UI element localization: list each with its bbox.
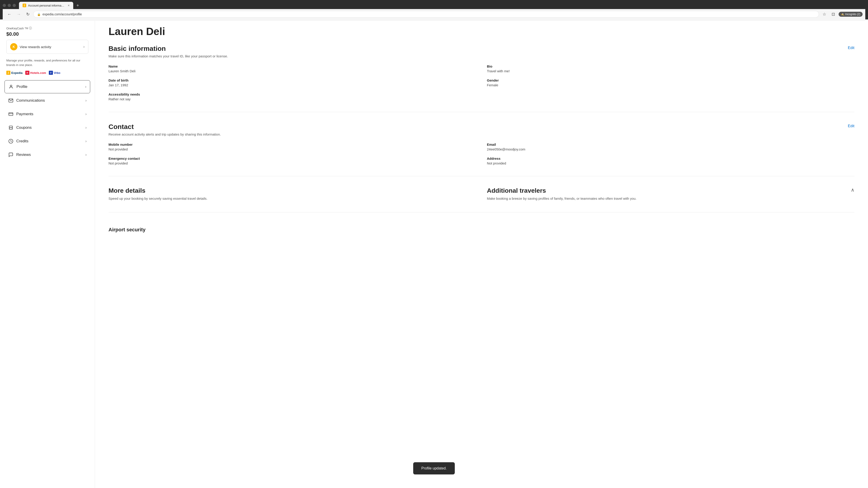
onekey-amount: $0.00 bbox=[6, 31, 88, 37]
basic-info-grid: Name Lauren Smith Deli Bio Travel with m… bbox=[108, 64, 855, 101]
additional-travelers-title: Additional travelers bbox=[487, 187, 546, 194]
view-rewards-button[interactable]: K View rewards activity › bbox=[6, 40, 88, 54]
airport-security-section: Airport security bbox=[108, 223, 855, 233]
reviews-nav-label: Reviews bbox=[16, 153, 31, 157]
page-wrapper: OneKeyCash TM ⓘ $0.00 K View rewards act… bbox=[0, 21, 868, 488]
sidebar-item-credits[interactable]: Credits › bbox=[4, 135, 90, 148]
reviews-icon bbox=[8, 152, 13, 158]
manage-brands-text: Manage your profile, rewards, and prefer… bbox=[6, 58, 88, 67]
expedia-brand: Z Expedia bbox=[6, 71, 23, 75]
name-field: Name Lauren Smith Deli bbox=[108, 64, 476, 73]
sidebar-item-coupons[interactable]: Coupons › bbox=[4, 121, 90, 134]
sidebar-item-payments[interactable]: Payments › bbox=[4, 108, 90, 121]
sidebar-item-reviews[interactable]: Reviews › bbox=[4, 149, 90, 161]
profile-icon bbox=[8, 84, 14, 90]
back-button[interactable]: ← bbox=[5, 11, 13, 18]
dob-field: Date of birth Jan 17, 1992 bbox=[108, 78, 476, 87]
bottom-sections: More details Speed up your booking by se… bbox=[108, 187, 855, 213]
basic-info-section: Basic information Edit Make sure this in… bbox=[108, 45, 855, 112]
credits-chevron: › bbox=[86, 139, 87, 143]
close-window-button[interactable] bbox=[13, 4, 16, 7]
user-name-header: Lauren Deli bbox=[108, 21, 855, 45]
sidebar-rewards-section: OneKeyCash TM ⓘ $0.00 K View rewards act… bbox=[0, 26, 95, 75]
tab-title: Account personal information bbox=[28, 4, 65, 7]
tab-bar: Z Account personal information × + bbox=[3, 2, 865, 9]
basic-info-title: Basic information bbox=[108, 45, 166, 53]
nav-bar: ← → ↻ 🔒 expedia.com/account/profile ☆ ⊡ … bbox=[3, 9, 865, 20]
additional-travelers-section: Additional travelers ∧ Make booking a br… bbox=[487, 187, 855, 201]
onekey-info-button[interactable]: ⓘ bbox=[29, 26, 32, 30]
additional-travelers-subtitle: Make booking a breeze by saving profiles… bbox=[487, 196, 855, 201]
brand-logos: Z Expedia H Hotels.com V Vrbo bbox=[6, 71, 88, 75]
basic-info-edit-button[interactable]: Edit bbox=[848, 45, 855, 51]
basic-info-subtitle: Make sure this information matches your … bbox=[108, 54, 855, 58]
more-details-subtitle: Speed up your booking by securely saving… bbox=[108, 196, 476, 201]
payments-nav-label: Payments bbox=[16, 112, 33, 116]
airport-security-title: Airport security bbox=[108, 223, 855, 233]
credits-icon bbox=[8, 138, 13, 144]
url-bar[interactable]: 🔒 expedia.com/account/profile bbox=[33, 11, 819, 18]
tab-close-button[interactable]: × bbox=[68, 4, 70, 7]
basic-info-header: Basic information Edit bbox=[108, 45, 855, 53]
svg-rect-2 bbox=[9, 113, 13, 116]
svg-point-0 bbox=[10, 85, 12, 87]
contact-grid: Mobile number Not provided Email 24ee050… bbox=[108, 142, 855, 165]
communications-chevron: › bbox=[86, 98, 87, 103]
contact-subtitle: Receive account activity alerts and trip… bbox=[108, 132, 855, 136]
new-tab-button[interactable]: + bbox=[74, 2, 81, 9]
tab-favicon: Z bbox=[23, 4, 26, 7]
bio-field: Bio Travel with me! bbox=[487, 64, 855, 73]
coupons-icon bbox=[8, 125, 13, 130]
forward-button[interactable]: → bbox=[15, 11, 23, 18]
mobile-field: Mobile number Not provided bbox=[108, 142, 476, 151]
email-field: Email 24ee050e@moodjoy.com bbox=[487, 142, 855, 151]
payments-icon bbox=[8, 111, 13, 117]
onekey-icon: K bbox=[10, 43, 18, 51]
address-field: Address Not provided bbox=[487, 157, 855, 165]
onekey-cash-label: OneKeyCash TM ⓘ bbox=[6, 26, 88, 30]
sidebar-item-profile[interactable]: Profile › bbox=[4, 80, 90, 93]
profile-chevron: › bbox=[85, 85, 86, 89]
url-text: expedia.com/account/profile bbox=[42, 12, 815, 16]
incognito-badge: 🕵 Incognito (2) bbox=[839, 12, 863, 17]
onekey-cash-section: OneKeyCash TM ⓘ $0.00 bbox=[6, 26, 88, 37]
vrbo-favicon: V bbox=[49, 71, 53, 75]
contact-title: Contact bbox=[108, 123, 134, 131]
emergency-contact-field: Emergency contact Not provided bbox=[108, 157, 476, 165]
gender-field: Gender Female bbox=[487, 78, 855, 87]
communications-nav-label: Communications bbox=[16, 98, 45, 103]
accessibility-field: Accessibility needs Rather not say bbox=[108, 92, 476, 101]
browser-chrome: Z Account personal information × + ← → ↻… bbox=[0, 0, 868, 20]
sidebar: OneKeyCash TM ⓘ $0.00 K View rewards act… bbox=[0, 21, 95, 488]
payments-chevron: › bbox=[86, 112, 87, 116]
profile-switcher-button[interactable]: ⊡ bbox=[830, 11, 837, 18]
bookmark-button[interactable]: ☆ bbox=[821, 11, 828, 18]
reviews-chevron: › bbox=[86, 153, 87, 157]
minimize-button[interactable] bbox=[3, 4, 6, 7]
contact-edit-button[interactable]: Edit bbox=[848, 123, 855, 129]
main-content: Lauren Deli Basic information Edit Make … bbox=[95, 21, 868, 488]
contact-header: Contact Edit bbox=[108, 123, 855, 131]
coupons-chevron: › bbox=[86, 126, 87, 130]
toast-notification: Profile updated. bbox=[413, 462, 455, 475]
contact-section: Contact Edit Receive account activity al… bbox=[108, 123, 855, 176]
hotels-favicon: H bbox=[25, 71, 29, 75]
expedia-favicon: Z bbox=[6, 71, 10, 75]
communications-icon bbox=[8, 98, 13, 103]
more-details-section: More details Speed up your booking by se… bbox=[108, 187, 476, 201]
profile-nav-label: Profile bbox=[17, 85, 27, 89]
additional-travelers-collapse-button[interactable]: ∧ bbox=[851, 187, 855, 193]
nav-actions: ☆ ⊡ 🕵 Incognito (2) bbox=[821, 11, 863, 18]
active-tab[interactable]: Z Account personal information × bbox=[19, 2, 73, 9]
sidebar-nav: Profile › Communications › bbox=[0, 80, 95, 161]
chevron-right-icon: › bbox=[84, 45, 85, 49]
two-col-section: More details Speed up your booking by se… bbox=[108, 187, 855, 201]
coupons-nav-label: Coupons bbox=[16, 125, 32, 130]
vrbo-brand: V Vrbo bbox=[49, 71, 60, 75]
reload-button[interactable]: ↻ bbox=[24, 11, 31, 18]
credits-nav-label: Credits bbox=[16, 139, 29, 143]
hotels-brand: H Hotels.com bbox=[25, 71, 46, 75]
toast-message: Profile updated. bbox=[421, 466, 447, 470]
maximize-button[interactable] bbox=[8, 4, 11, 7]
sidebar-item-communications[interactable]: Communications › bbox=[4, 94, 90, 107]
